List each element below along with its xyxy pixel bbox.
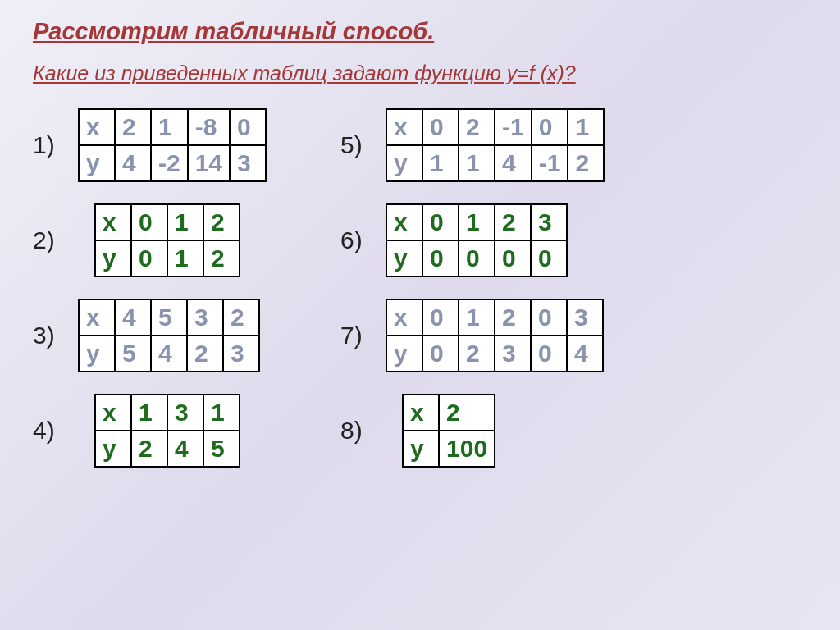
cell: -8 bbox=[188, 109, 230, 145]
cell: 0 bbox=[531, 299, 567, 336]
cell: 2 bbox=[223, 299, 259, 336]
cell: 0 bbox=[495, 240, 531, 276]
item-6: 6) x 0 1 2 3 y 0 0 0 0 bbox=[340, 203, 605, 277]
cell: 2 bbox=[439, 395, 495, 431]
table-6: x 0 1 2 3 y 0 0 0 0 bbox=[386, 203, 568, 277]
cell: 2 bbox=[495, 299, 531, 336]
cell: 0 bbox=[422, 240, 459, 276]
cell: 0 bbox=[532, 109, 568, 145]
row-label: x bbox=[403, 395, 439, 431]
table-row: x 2 1 -8 0 bbox=[79, 109, 266, 145]
cell: 4 bbox=[151, 336, 187, 372]
item-1: 1) x 2 1 -8 0 y 4 -2 14 3 bbox=[33, 108, 267, 182]
table-row: x 1 3 1 bbox=[95, 395, 240, 431]
row-label: y bbox=[95, 240, 131, 276]
row-label: x bbox=[95, 204, 131, 240]
table-4: x 1 3 1 y 2 4 5 bbox=[94, 394, 240, 468]
cell: 0 bbox=[422, 336, 459, 372]
cell: 3 bbox=[167, 395, 203, 431]
item-2: 2) x 0 1 2 y 0 1 2 bbox=[33, 203, 267, 277]
item-4: 4) x 1 3 1 y 2 4 5 bbox=[33, 394, 267, 468]
cell: 4 bbox=[167, 431, 203, 467]
cell: 5 bbox=[203, 431, 240, 467]
cell: 0 bbox=[131, 204, 167, 240]
row-label: y bbox=[403, 431, 439, 467]
cell: 14 bbox=[188, 145, 230, 181]
cell: 1 bbox=[459, 145, 495, 181]
cell: 1 bbox=[167, 240, 203, 276]
cell: 0 bbox=[422, 204, 459, 240]
table-row: x 4 5 3 2 bbox=[79, 299, 259, 336]
cell: 2 bbox=[203, 204, 240, 240]
row-label: x bbox=[95, 395, 131, 431]
cell: 1 bbox=[459, 204, 495, 240]
row-label: y bbox=[386, 240, 422, 276]
left-column: 1) x 2 1 -8 0 y 4 -2 14 3 2) bbox=[33, 108, 267, 489]
table-row: y 0 2 3 0 4 bbox=[386, 336, 603, 372]
num-7: 7) bbox=[340, 322, 386, 349]
num-4: 4) bbox=[33, 417, 78, 445]
cell: 1 bbox=[568, 109, 604, 145]
num-2: 2) bbox=[33, 226, 78, 254]
cell: 1 bbox=[167, 204, 203, 240]
cell: 4 bbox=[115, 299, 151, 336]
row-label: y bbox=[386, 145, 422, 181]
table-2: x 0 1 2 y 0 1 2 bbox=[94, 203, 240, 277]
cell: 2 bbox=[459, 336, 495, 372]
main-title: Рассмотрим табличный способ. bbox=[33, 18, 807, 45]
cell: 100 bbox=[439, 431, 495, 467]
table-row: y 5 4 2 3 bbox=[79, 336, 259, 372]
table-row: x 0 2 -1 0 1 bbox=[386, 109, 604, 145]
table-row: x 0 1 2 3 bbox=[386, 204, 567, 240]
cell: 2 bbox=[568, 145, 604, 181]
row-label: y bbox=[386, 336, 422, 372]
cell: 3 bbox=[531, 204, 567, 240]
cell: 4 bbox=[495, 145, 532, 181]
cell: 3 bbox=[567, 299, 603, 336]
question-text: Какие из приведенных таблиц задают функц… bbox=[33, 62, 807, 85]
item-3: 3) x 4 5 3 2 y 5 4 2 3 bbox=[33, 299, 267, 372]
cell: 0 bbox=[131, 240, 167, 276]
row-label: x bbox=[386, 109, 422, 145]
cell: 5 bbox=[151, 299, 187, 336]
table-row: y 1 1 4 -1 2 bbox=[386, 145, 604, 181]
cell: 2 bbox=[459, 109, 495, 145]
cell: 1 bbox=[151, 109, 188, 145]
row-label: x bbox=[386, 299, 422, 336]
cell: 3 bbox=[495, 336, 531, 372]
table-row: x 2 bbox=[403, 395, 495, 431]
row-label: y bbox=[79, 145, 115, 181]
table-3: x 4 5 3 2 y 5 4 2 3 bbox=[78, 299, 260, 372]
cell: 0 bbox=[422, 109, 459, 145]
table-row: y 4 -2 14 3 bbox=[79, 145, 266, 181]
cell: 1 bbox=[459, 299, 495, 336]
table-1: x 2 1 -8 0 y 4 -2 14 3 bbox=[78, 108, 267, 182]
cell: 0 bbox=[531, 240, 567, 276]
cell: -2 bbox=[151, 145, 188, 181]
cell: 4 bbox=[567, 336, 603, 372]
item-7: 7) x 0 1 2 0 3 y 0 2 3 0 4 bbox=[340, 299, 605, 372]
right-column: 5) x 0 2 -1 0 1 y 1 1 4 -1 2 bbox=[340, 108, 605, 489]
table-row: x 0 1 2 bbox=[95, 204, 240, 240]
cell: 2 bbox=[115, 109, 151, 145]
table-row: y 0 1 2 bbox=[95, 240, 240, 276]
cell: 0 bbox=[422, 299, 459, 336]
cell: 3 bbox=[230, 145, 266, 181]
num-1: 1) bbox=[33, 131, 78, 159]
num-6: 6) bbox=[340, 226, 386, 254]
tables-area: 1) x 2 1 -8 0 y 4 -2 14 3 2) bbox=[33, 108, 807, 489]
cell: -1 bbox=[532, 145, 568, 181]
num-8: 8) bbox=[340, 417, 386, 445]
table-row: x 0 1 2 0 3 bbox=[386, 299, 603, 336]
num-3: 3) bbox=[33, 322, 78, 349]
row-label: x bbox=[386, 204, 422, 240]
cell: 1 bbox=[203, 395, 240, 431]
cell: 3 bbox=[223, 336, 259, 372]
cell: 2 bbox=[131, 431, 167, 467]
row-label: x bbox=[79, 109, 115, 145]
table-row: y 0 0 0 0 bbox=[386, 240, 567, 276]
row-label: x bbox=[79, 299, 115, 336]
table-8: x 2 y 100 bbox=[402, 394, 495, 468]
cell: 2 bbox=[187, 336, 223, 372]
cell: 2 bbox=[203, 240, 240, 276]
